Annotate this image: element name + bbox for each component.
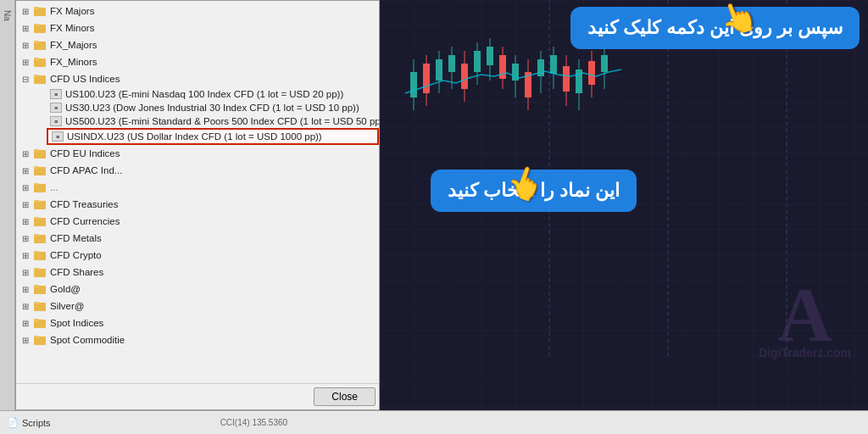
- item-label: CFD EU Indices: [50, 148, 120, 159]
- svg-rect-43: [436, 59, 442, 81]
- expand-icon: ⊞: [19, 147, 31, 159]
- watermark: A DigiTraderz.com: [759, 271, 851, 359]
- svg-rect-69: [601, 55, 608, 72]
- svg-rect-47: [461, 64, 468, 89]
- folder-icon: [33, 4, 47, 18]
- item-label: FX Minors: [50, 23, 94, 33]
- expand-icon: ⊞: [19, 198, 31, 210]
- item-label: CFD Treasuries: [50, 199, 119, 209]
- cci-label: CCI(14) 135.5360: [220, 418, 288, 427]
- svg-rect-67: [588, 61, 595, 85]
- chart-area: A DigiTraderz.com سپس بر روی این دکمه کل…: [380, 0, 868, 410]
- tree-item-spot-commoditie[interactable]: ⊞ Spot Commoditie: [16, 331, 379, 348]
- svg-rect-7: [34, 58, 39, 60]
- expand-icon: ⊞: [19, 22, 31, 34]
- nav-label: Na: [3, 10, 12, 21]
- expand-icon: ⊞: [19, 181, 31, 193]
- svg-rect-59: [537, 59, 544, 76]
- bottom-toolbar: 📄 Scripts CCI(14) 135.5360: [0, 410, 868, 434]
- tree-item-ellipsis[interactable]: ⊞ ...: [16, 179, 379, 196]
- item-label: FX_Minors: [50, 57, 97, 67]
- expand-icon: ⊞: [19, 249, 31, 261]
- folder-icon: [33, 72, 47, 86]
- item-label: CFD APAC Ind...: [50, 165, 122, 175]
- item-label: Silver@: [50, 301, 84, 311]
- tree-item-cfd-shares[interactable]: ⊞ CFD Shares: [16, 264, 379, 281]
- tree-item-silver[interactable]: ⊞ Silver@: [16, 298, 379, 314]
- tree-item-cfd-treasuries[interactable]: ⊞ CFD Treasuries: [16, 196, 379, 213]
- svg-rect-1: [34, 7, 39, 9]
- svg-rect-55: [512, 64, 519, 81]
- watermark-text: DigiTraderz.com: [759, 346, 851, 359]
- main-area: Na ⊞ FX Majors ⊞ FX Minors ⊞: [0, 0, 868, 410]
- symbol-list[interactable]: ⊞ FX Majors ⊞ FX Minors ⊞ FX_: [16, 1, 379, 383]
- item-label: CFD Crypto: [50, 250, 102, 260]
- tree-item-spot-indices[interactable]: ⊞ Spot Indices: [16, 314, 379, 331]
- tree-item-usindx[interactable]: ≡ USINDX.U23 (US Dollar Index CFD (1 lot…: [47, 128, 379, 145]
- svg-rect-15: [34, 183, 39, 186]
- folder-icon: [33, 265, 47, 279]
- item-label: CFD Metals: [50, 233, 102, 243]
- tree-item-us30[interactable]: ≡ US30.U23 (Dow Jones Industrial 30 Inde…: [47, 101, 379, 114]
- svg-rect-51: [487, 47, 493, 65]
- item-label: US500.U23 (E-mini Standard & Poors 500 I…: [65, 116, 379, 126]
- expand-icon: ⊞: [19, 317, 31, 329]
- tree-item-gold[interactable]: ⊞ Gold@: [16, 281, 379, 298]
- tree-item-fx-majors-2[interactable]: ⊞ FX_Majors: [16, 36, 379, 53]
- svg-rect-5: [34, 41, 39, 43]
- folder-icon: [33, 248, 47, 262]
- tree-item-fx-majors-1[interactable]: ⊞ FX Majors: [16, 3, 379, 19]
- item-label: Spot Indices: [50, 318, 103, 328]
- svg-rect-23: [34, 251, 39, 253]
- scripts-icon: 📄: [7, 417, 19, 428]
- expand-icon: ⊞: [19, 283, 31, 295]
- folder-icon: [33, 38, 47, 52]
- item-label: Gold@: [50, 284, 81, 294]
- item-label: FX_Majors: [50, 40, 97, 50]
- left-edge-strip: Na: [0, 0, 15, 410]
- scripts-label: Scripts: [22, 418, 51, 428]
- svg-rect-9: [34, 75, 39, 77]
- folder-icon: [33, 181, 47, 194]
- tree-item-cfd-apac[interactable]: ⊞ CFD APAC Ind...: [16, 162, 379, 179]
- svg-rect-27: [34, 285, 39, 287]
- panel-close-row: Close: [16, 383, 379, 409]
- tree-item-us100[interactable]: ≡ US100.U23 (E-mini Nasdaq 100 Index CFD…: [47, 87, 379, 101]
- folder-icon: [33, 21, 47, 35]
- symbol-panel: ⊞ FX Majors ⊞ FX Minors ⊞ FX_: [15, 0, 380, 410]
- svg-rect-39: [410, 72, 417, 97]
- tree-item-fx-minors-1[interactable]: ⊞ FX Minors: [16, 19, 379, 36]
- svg-rect-25: [34, 268, 39, 270]
- item-label: FX Majors: [50, 6, 94, 16]
- svg-rect-17: [34, 200, 39, 203]
- item-label: CFD US Indices: [50, 74, 120, 84]
- svg-rect-21: [34, 234, 39, 236]
- expand-icon: ⊞: [19, 232, 31, 244]
- svg-rect-41: [423, 64, 430, 93]
- item-label: CFD Currencies: [50, 216, 120, 226]
- folder-icon: [33, 316, 47, 330]
- expand-icon: ⊞: [19, 164, 31, 176]
- close-button[interactable]: Close: [314, 387, 376, 406]
- folder-icon: [33, 198, 47, 211]
- tree-item-cfd-crypto[interactable]: ⊞ CFD Crypto: [16, 247, 379, 264]
- folder-icon: [33, 147, 47, 160]
- tree-item-fx-minors-2[interactable]: ⊞ FX_Minors: [16, 53, 379, 70]
- svg-rect-19: [34, 217, 39, 220]
- expand-icon: ⊟: [19, 73, 31, 85]
- doc-icon: ≡: [52, 131, 64, 142]
- svg-rect-33: [34, 336, 39, 338]
- tree-item-cfd-currencies[interactable]: ⊞ CFD Currencies: [16, 213, 379, 230]
- item-label: Spot Commoditie: [50, 335, 125, 345]
- svg-rect-3: [34, 24, 39, 26]
- svg-rect-61: [550, 55, 557, 74]
- tree-item-cfd-us-indices[interactable]: ⊟ CFD US Indices: [16, 70, 379, 87]
- tree-item-us500[interactable]: ≡ US500.U23 (E-mini Standard & Poors 500…: [47, 114, 379, 128]
- item-label: US100.U23 (E-mini Nasdaq 100 Index CFD (…: [65, 89, 343, 99]
- expand-icon: ⊞: [19, 39, 31, 51]
- folder-icon: [33, 164, 47, 177]
- item-label: USINDX.U23 (US Dollar Index CFD (1 lot =…: [67, 131, 322, 142]
- tree-item-cfd-eu-indices[interactable]: ⊞ CFD EU Indices: [16, 145, 379, 162]
- tree-item-cfd-metals[interactable]: ⊞ CFD Metals: [16, 230, 379, 247]
- folder-icon: [33, 214, 47, 228]
